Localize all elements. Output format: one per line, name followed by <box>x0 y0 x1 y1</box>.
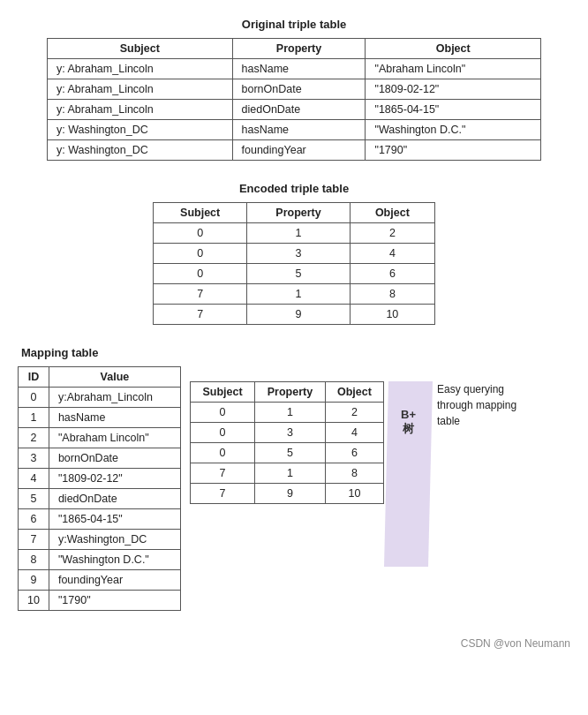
table-row: 034 <box>191 423 384 443</box>
encb-header-subject: Subject <box>191 382 255 403</box>
orig-header-property: Property <box>232 39 366 59</box>
table-row: 7910 <box>154 305 435 325</box>
original-triple-section: Original triple table Subject Property O… <box>18 18 570 161</box>
bplus-label: B+树 <box>401 408 416 437</box>
table-row: 034 <box>154 244 435 264</box>
table-row: 3bornOnDate <box>19 448 181 469</box>
map-header-value: Value <box>49 367 180 388</box>
original-triple-title: Original triple table <box>242 18 346 31</box>
encoded-triple-section: Encoded triple table Subject Property Ob… <box>18 182 570 325</box>
orig-header-object: Object <box>366 39 541 59</box>
table-row: 0y:Abraham_Lincoln <box>19 388 181 408</box>
encb-header-property: Property <box>255 382 326 403</box>
table-row: 056 <box>191 443 384 463</box>
encb-header-object: Object <box>325 382 383 403</box>
table-row: 9foundingYear <box>19 570 181 591</box>
mapping-table: ID Value 0y:Abraham_Lincoln1hasName2"Abr… <box>18 366 181 611</box>
map-header-id: ID <box>19 367 49 388</box>
footer: CSDN @von Neumann <box>18 637 570 650</box>
orig-header-subject: Subject <box>48 39 233 59</box>
easy-querying-text: Easy queryingthrough mappingtable <box>437 381 516 429</box>
mapping-table-section: Mapping table ID Value 0y:Abraham_Lincol… <box>18 346 181 611</box>
table-row: 6"1865-04-15" <box>19 509 181 530</box>
encoded-triple-bottom-table: Subject Property Object 0120340567187910 <box>190 381 384 504</box>
table-row: 7y:Washington_DC <box>19 530 181 550</box>
table-row: 1hasName <box>19 408 181 428</box>
bplus-section: B+树 <box>384 381 433 437</box>
encoded-bottom-section: Subject Property Object 0120340567187910 <box>190 346 384 504</box>
table-row: 012 <box>191 403 384 423</box>
encoded-triple-table: Subject Property Object 0120340567187910 <box>153 202 435 325</box>
table-row: 718 <box>154 284 435 305</box>
original-triple-table: Subject Property Object y: Abraham_Linco… <box>47 38 541 161</box>
bottom-section: Mapping table ID Value 0y:Abraham_Lincol… <box>18 346 570 611</box>
table-row: 718 <box>191 463 384 484</box>
table-row: y: Abraham_LincolnhasName"Abraham Lincol… <box>48 59 541 79</box>
table-row: 8"Washington D.C." <box>19 550 181 570</box>
table-row: y: Washington_DCfoundingYear"1790" <box>48 140 541 161</box>
easy-querying-label: Easy queryingthrough mappingtable <box>437 381 516 429</box>
table-row: y: Abraham_LincolndiedOnDate"1865-04-15" <box>48 100 541 120</box>
enc-header-object: Object <box>350 203 434 223</box>
table-row: 012 <box>154 223 435 244</box>
table-row: y: Washington_DChasName"Washington D.C." <box>48 120 541 140</box>
enc-header-subject: Subject <box>154 203 247 223</box>
table-row: 2"Abraham Lincoln" <box>19 428 181 448</box>
enc-header-property: Property <box>247 203 350 223</box>
table-row: y: Abraham_LincolnbornOnDate"1809-02-12" <box>48 79 541 100</box>
table-row: 10"1790" <box>19 591 181 611</box>
encoded-triple-title: Encoded triple table <box>239 182 349 195</box>
table-row: 4"1809-02-12" <box>19 469 181 489</box>
table-row: 056 <box>154 264 435 284</box>
mapping-table-title: Mapping table <box>21 346 181 359</box>
bottom-right-group: Subject Property Object 0120340567187910… <box>190 346 516 504</box>
table-row: 7910 <box>191 484 384 504</box>
table-row: 5diedOnDate <box>19 489 181 509</box>
